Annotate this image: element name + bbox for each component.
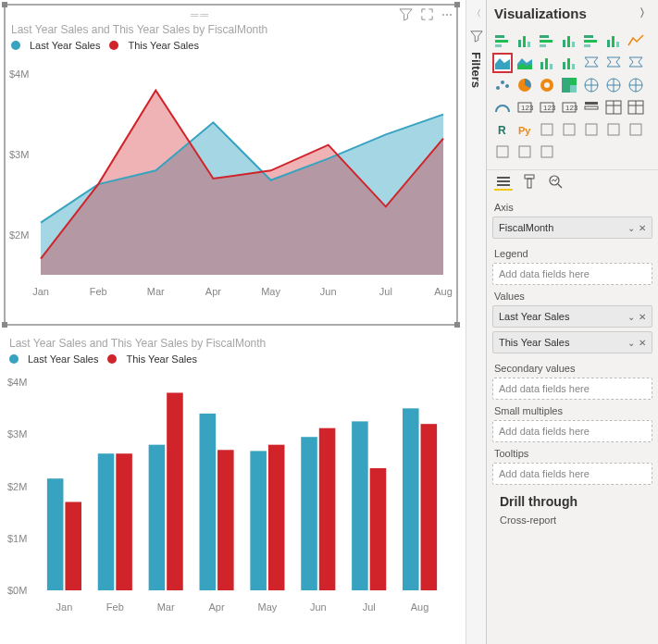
remove-field-icon[interactable]: ✕ [639, 338, 646, 348]
resize-handle[interactable] [454, 2, 460, 7]
map-viz-icon[interactable] [581, 75, 602, 95]
filters-pane-collapsed[interactable]: 〈 Filters [466, 0, 486, 644]
funnel-viz-icon[interactable] [626, 53, 646, 73]
chevron-down-icon[interactable]: ⌄ [627, 338, 635, 348]
area-chart-visual[interactable]: ══ ⋯ Last Year Sales and This Year Sales… [4, 4, 458, 326]
py-visual-viz-icon[interactable]: Py [515, 119, 535, 140]
format-tab[interactable] [520, 174, 539, 191]
donut-viz-icon[interactable] [537, 75, 557, 95]
svg-rect-9 [268, 445, 285, 590]
kpi-viz-icon[interactable]: 123 [559, 97, 579, 118]
visualizations-pane: Visualizations 〉 123123123RPy Axis Fisca… [486, 0, 658, 644]
svg-rect-10 [301, 437, 317, 590]
report-canvas[interactable]: ══ ⋯ Last Year Sales and This Year Sales… [0, 0, 466, 644]
chevron-down-icon[interactable]: ⌄ [627, 223, 635, 233]
r-visual-viz-icon[interactable]: R [492, 119, 513, 140]
svg-rect-4 [149, 445, 166, 590]
visualization-type-grid: 123123123RPy [487, 27, 658, 169]
decomposition-tree-viz-icon[interactable] [559, 119, 579, 140]
treemap-viz-icon[interactable] [559, 75, 579, 95]
pie-viz-icon[interactable] [515, 75, 535, 95]
resize-handle[interactable] [2, 322, 7, 328]
svg-rect-78 [497, 184, 510, 186]
legend-swatch [109, 41, 118, 50]
qna-viz-icon[interactable] [581, 119, 602, 140]
ribbon-viz-icon[interactable] [581, 53, 602, 73]
svg-rect-0 [47, 478, 64, 590]
clustered-column-viz-icon[interactable] [559, 31, 579, 51]
svg-rect-22 [540, 35, 549, 38]
placeholder: Add data fields here [499, 268, 590, 279]
resize-handle[interactable] [454, 322, 460, 328]
line-stacked-column-viz-icon[interactable] [537, 53, 557, 73]
x-tick-label: Mar [157, 601, 175, 613]
values-field[interactable]: This Year Sales ⌄✕ [492, 331, 652, 353]
table-viz-icon[interactable] [603, 97, 624, 118]
fields-tab[interactable] [494, 174, 513, 191]
y-tick-label: $2M [9, 229, 29, 241]
get-more-viz-icon[interactable] [537, 142, 557, 162]
key-influencers-viz-icon[interactable] [537, 119, 557, 140]
y-tick-label: $3M [9, 149, 29, 160]
drag-grip[interactable]: ══ [9, 8, 391, 21]
paginated-viz-icon[interactable] [603, 119, 624, 140]
svg-rect-33 [616, 42, 619, 47]
column-chart-visual[interactable]: Last Year Sales and This Year Sales by F… [4, 331, 458, 629]
multi-row-card-viz-icon[interactable]: 123 [537, 97, 557, 118]
values-field[interactable]: Last Year Sales ⌄✕ [492, 305, 652, 328]
expand-filters-icon[interactable]: 〈 [472, 7, 481, 20]
cross-report-label: Cross-report [492, 513, 652, 531]
well-label-secondary: Secondary values [492, 357, 652, 378]
100-stacked-column-viz-icon[interactable] [603, 31, 624, 51]
tooltips-field-well[interactable]: Add data fields here [492, 463, 652, 485]
filled-map-viz-icon[interactable] [603, 75, 624, 95]
matrix-viz-icon[interactable] [626, 97, 646, 118]
clustered-bar-viz-icon[interactable] [537, 31, 557, 51]
remove-field-icon[interactable]: ✕ [639, 223, 646, 233]
svg-rect-75 [541, 146, 552, 157]
azure-map-viz-icon[interactable] [626, 75, 646, 95]
svg-rect-1 [65, 502, 81, 590]
svg-rect-38 [567, 58, 570, 69]
svg-rect-47 [570, 78, 577, 85]
x-tick-label: Apr [205, 286, 221, 297]
chevron-down-icon[interactable]: ⌄ [627, 312, 635, 322]
legend-label: Last Year Sales [28, 353, 98, 365]
gauge-viz-icon[interactable] [492, 97, 513, 118]
waterfall-viz-icon[interactable] [603, 53, 624, 73]
powerapps-viz-icon[interactable] [515, 142, 535, 162]
well-label-legend: Legend [492, 242, 652, 263]
svg-rect-12 [352, 421, 368, 590]
area-viz-icon[interactable] [492, 53, 513, 73]
scatter-viz-icon[interactable] [492, 75, 513, 95]
card-viz-icon[interactable]: 123 [515, 97, 535, 118]
slicer-viz-icon[interactable] [581, 97, 602, 118]
focus-mode-icon[interactable] [420, 7, 434, 21]
svg-text:Py: Py [518, 125, 531, 136]
remove-field-icon[interactable]: ✕ [639, 312, 646, 322]
stacked-area-viz-icon[interactable] [515, 53, 535, 73]
axis-field[interactable]: FiscalMonth ⌄✕ [492, 217, 652, 239]
svg-rect-77 [497, 180, 510, 182]
collapse-pane-icon[interactable]: 〉 [639, 6, 651, 21]
placeholder: Add data fields here [499, 383, 590, 394]
resize-handle[interactable] [2, 2, 7, 7]
smart-narrative-viz-icon[interactable] [626, 119, 646, 140]
stacked-bar-viz-icon[interactable] [492, 31, 513, 51]
100-stacked-bar-viz-icon[interactable] [581, 31, 602, 51]
small-multiples-well[interactable]: Add data fields here [492, 420, 652, 442]
legend-field-well[interactable]: Add data fields here [492, 263, 652, 285]
line-clustered-column-viz-icon[interactable] [559, 53, 579, 73]
arcgis-viz-icon[interactable] [492, 142, 513, 162]
svg-point-41 [501, 80, 504, 84]
x-tick-label: Jan [56, 601, 73, 613]
stacked-column-viz-icon[interactable] [515, 31, 535, 51]
line-viz-icon[interactable] [626, 31, 646, 51]
analytics-tab[interactable] [546, 174, 565, 191]
x-tick-label: Feb [106, 601, 124, 613]
secondary-field-well[interactable]: Add data fields here [492, 378, 652, 400]
svg-rect-27 [572, 42, 575, 47]
filter-icon[interactable] [399, 7, 413, 21]
x-tick-label: May [258, 601, 278, 613]
more-options-icon[interactable]: ⋯ [441, 8, 453, 21]
